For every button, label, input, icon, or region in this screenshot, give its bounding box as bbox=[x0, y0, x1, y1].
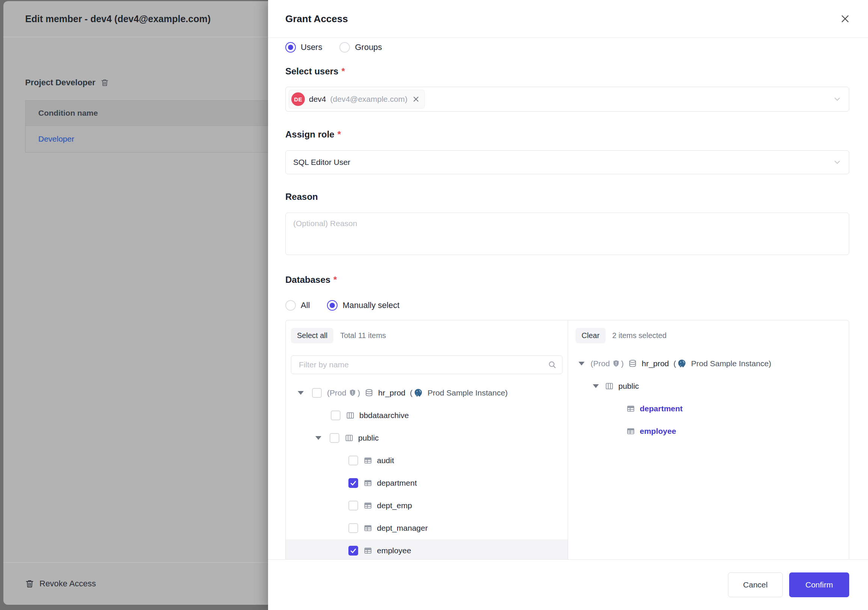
role-group-title: Project Developer bbox=[25, 78, 95, 87]
tree-row-dept-emp[interactable]: dept_emp bbox=[291, 494, 563, 517]
radio-icon[interactable] bbox=[339, 42, 350, 53]
confirm-button[interactable]: Confirm bbox=[789, 573, 849, 597]
database-transfer: Select all Total 11 items bbox=[285, 320, 849, 560]
schema-icon bbox=[345, 433, 353, 442]
source-tree: (Prod ) bbox=[291, 382, 563, 560]
caret-down-icon[interactable] bbox=[593, 384, 599, 388]
chevron-down-icon bbox=[832, 157, 842, 167]
chevron-down-icon bbox=[832, 94, 842, 104]
drawer-footer: Cancel Confirm bbox=[268, 559, 868, 610]
database-icon bbox=[628, 359, 637, 368]
tree-row-public[interactable]: public bbox=[291, 427, 563, 449]
assign-role-select[interactable]: SQL Editor User bbox=[285, 150, 849, 174]
caret-down-icon[interactable] bbox=[298, 391, 304, 395]
user-tag-name: dev4 bbox=[309, 95, 326, 104]
tree-row-employee[interactable]: employee bbox=[575, 420, 841, 442]
tree-row-hr-prod[interactable]: (Prod ) bbox=[575, 352, 841, 375]
trash-icon[interactable] bbox=[101, 79, 109, 87]
user-tag: DE dev4 (dev4@example.com) bbox=[289, 90, 425, 109]
filter-input[interactable] bbox=[298, 360, 548, 369]
table-icon bbox=[363, 501, 372, 510]
postgres-icon bbox=[677, 359, 687, 368]
avatar: DE bbox=[291, 92, 305, 106]
schema-icon bbox=[346, 411, 355, 420]
tree-row-employee[interactable]: employee bbox=[286, 539, 568, 560]
assign-role-label: Assign role* bbox=[285, 129, 849, 140]
member-type-radio-group: Users Groups bbox=[285, 42, 849, 53]
tree-row-public[interactable]: public bbox=[575, 375, 841, 397]
caret-down-icon[interactable] bbox=[578, 362, 584, 365]
table-icon bbox=[363, 478, 372, 487]
radio-all[interactable]: All bbox=[285, 300, 310, 310]
table-icon bbox=[363, 524, 372, 532]
table-icon bbox=[363, 546, 372, 555]
target-tree: (Prod ) bbox=[575, 352, 841, 442]
selected-table-link[interactable]: department bbox=[640, 404, 682, 413]
revoke-access-button[interactable]: Revoke Access bbox=[39, 579, 96, 588]
checkbox[interactable] bbox=[331, 411, 341, 420]
reason-textarea[interactable] bbox=[285, 213, 849, 255]
select-all-button[interactable]: Select all bbox=[291, 328, 333, 343]
postgres-icon bbox=[413, 388, 423, 398]
search-icon bbox=[548, 360, 557, 369]
radio-manually-select[interactable]: Manually select bbox=[327, 300, 400, 310]
shield-alert-icon bbox=[612, 360, 620, 368]
checkbox[interactable] bbox=[349, 501, 358, 511]
tree-row-department[interactable]: department bbox=[575, 397, 841, 420]
tree-row-hr-prod[interactable]: (Prod ) bbox=[291, 382, 563, 404]
radio-icon[interactable] bbox=[327, 300, 338, 310]
page-title: Edit member - dev4 (dev4@example.com) bbox=[25, 14, 211, 25]
tree-row-department[interactable]: department bbox=[291, 472, 563, 494]
checkbox[interactable] bbox=[349, 546, 358, 556]
radio-icon[interactable] bbox=[285, 300, 296, 310]
tree-row-audit[interactable]: audit bbox=[291, 449, 563, 472]
shield-alert-icon bbox=[349, 389, 356, 397]
checkbox[interactable] bbox=[349, 523, 358, 533]
schema-icon bbox=[605, 382, 614, 391]
radio-icon[interactable] bbox=[285, 42, 296, 53]
reason-label: Reason bbox=[285, 191, 849, 202]
checkbox[interactable] bbox=[330, 433, 339, 443]
assign-role-value: SQL Editor User bbox=[293, 158, 350, 167]
user-tag-email: (dev4@example.com) bbox=[330, 95, 408, 104]
checkbox[interactable] bbox=[349, 456, 358, 466]
checkbox[interactable] bbox=[349, 478, 358, 488]
filter-input-wrap bbox=[291, 355, 563, 374]
radio-groups[interactable]: Groups bbox=[339, 42, 382, 53]
close-icon[interactable] bbox=[840, 13, 851, 25]
radio-users[interactable]: Users bbox=[285, 42, 322, 53]
clear-button[interactable]: Clear bbox=[575, 328, 606, 343]
select-users-label: Select users* bbox=[285, 66, 849, 77]
condition-link-developer[interactable]: Developer bbox=[38, 135, 74, 143]
grant-access-drawer: Grant Access Users Groups Select users* bbox=[268, 0, 868, 610]
tree-row-bbdataarchive[interactable]: bbdataarchive bbox=[291, 404, 563, 427]
caret-down-icon[interactable] bbox=[315, 436, 321, 440]
selected-count-label: 2 items selected bbox=[612, 331, 667, 340]
table-icon bbox=[626, 404, 635, 413]
trash-icon bbox=[25, 579, 34, 588]
selected-table-link[interactable]: employee bbox=[640, 427, 676, 436]
transfer-target-pane: Clear 2 items selected (Prod bbox=[568, 320, 849, 560]
drawer-header: Grant Access bbox=[268, 0, 868, 38]
tree-row-dept-manager[interactable]: dept_manager bbox=[291, 517, 563, 539]
drawer-body: Users Groups Select users* DE dev4 (dev4… bbox=[268, 38, 868, 560]
databases-label: Databases* bbox=[285, 274, 849, 286]
database-icon bbox=[364, 388, 374, 397]
remove-tag-icon[interactable] bbox=[412, 95, 420, 103]
table-icon bbox=[626, 427, 635, 436]
transfer-source-pane: Select all Total 11 items bbox=[286, 320, 568, 560]
drawer-title: Grant Access bbox=[285, 13, 348, 25]
cancel-button[interactable]: Cancel bbox=[728, 573, 783, 597]
total-items-label: Total 11 items bbox=[340, 331, 386, 340]
select-users-input[interactable]: DE dev4 (dev4@example.com) bbox=[285, 87, 849, 112]
databases-radio-group: All Manually select bbox=[285, 300, 849, 311]
table-icon bbox=[363, 456, 372, 465]
checkbox[interactable] bbox=[312, 388, 322, 398]
